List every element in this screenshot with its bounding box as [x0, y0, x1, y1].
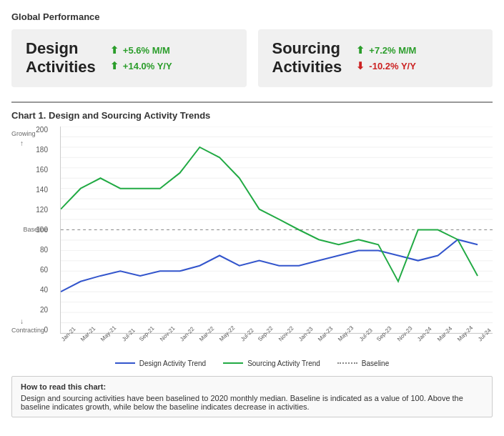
design-mom-value: +5.6% M/M	[123, 45, 170, 56]
legend-design-line	[115, 362, 135, 364]
y-label-0: 0	[44, 327, 48, 334]
y-label-140: 140	[36, 187, 48, 194]
note-heading: How to read this chart:	[21, 382, 483, 391]
sourcing-mom-arrow-icon: ⬆	[356, 44, 365, 56]
baseline-side-label: Baseline	[11, 224, 51, 234]
design-mom-arrow-icon: ⬆	[110, 44, 119, 56]
chart-plot-area	[60, 127, 493, 334]
y-label-40: 40	[40, 287, 48, 294]
kpi-row: DesignActivities ⬆ +5.6% M/M ⬆ +14.0% Y/…	[11, 29, 493, 87]
design-yoy-metric: ⬆ +14.0% Y/Y	[110, 60, 172, 71]
design-activities-metrics: ⬆ +5.6% M/M ⬆ +14.0% Y/Y	[110, 44, 172, 71]
chart-note-box: How to read this chart: Design and sourc…	[11, 376, 493, 417]
sourcing-mom-value: +7.2% M/M	[369, 45, 416, 56]
legend-sourcing-label: Sourcing Activity Trend	[247, 360, 320, 367]
legend-design-label: Design Activity Trend	[139, 360, 206, 367]
legend-baseline-line	[337, 362, 357, 364]
y-label-20: 20	[40, 307, 48, 314]
y-label-180: 180	[36, 147, 48, 154]
sourcing-activities-card: SourcingActivities ⬆ +7.2% M/M ⬇ -10.2% …	[258, 29, 493, 87]
chart-legend: Design Activity Trend Sourcing Activity …	[11, 360, 493, 367]
sourcing-yoy-metric: ⬇ -10.2% Y/Y	[356, 60, 416, 71]
sourcing-activities-metrics: ⬆ +7.2% M/M ⬇ -10.2% Y/Y	[356, 44, 416, 71]
chart-container: Growing ↑ ↓ Contracting 200 180 160 140 …	[11, 127, 493, 355]
design-yoy-arrow-icon: ⬆	[110, 60, 119, 71]
global-performance-title: Global Performance	[11, 11, 493, 22]
legend-design: Design Activity Trend	[115, 360, 206, 367]
design-yoy-value: +14.0% Y/Y	[123, 61, 172, 71]
sourcing-mom-metric: ⬆ +7.2% M/M	[356, 44, 416, 56]
sourcing-trend-line	[61, 147, 478, 282]
note-body: Design and sourcing activities have been…	[21, 394, 463, 411]
chart-svg	[61, 127, 493, 333]
design-trend-line	[61, 239, 478, 292]
x-axis-labels: Jan-21 Mar-21 May-21 Jul-21 Sep-21 Nov-2…	[60, 335, 493, 355]
design-mom-metric: ⬆ +5.6% M/M	[110, 44, 172, 56]
design-activities-label: DesignActivities	[26, 39, 96, 77]
sourcing-yoy-arrow-icon: ⬇	[356, 60, 365, 71]
legend-baseline: Baseline	[337, 360, 389, 367]
legend-baseline-label: Baseline	[362, 360, 389, 367]
sourcing-yoy-value: -10.2% Y/Y	[369, 61, 416, 71]
y-label-80: 80	[40, 247, 48, 254]
y-label-200: 200	[36, 127, 48, 134]
y-label-60: 60	[40, 267, 48, 274]
y-label-120: 120	[36, 207, 48, 214]
design-activities-card: DesignActivities ⬆ +5.6% M/M ⬆ +14.0% Y/…	[11, 29, 247, 87]
legend-sourcing-line	[223, 362, 243, 364]
y-label-160: 160	[36, 167, 48, 174]
legend-sourcing: Sourcing Activity Trend	[223, 360, 320, 367]
chart-title: Chart 1. Design and Sourcing Activity Tr…	[11, 110, 493, 121]
chart-section: Chart 1. Design and Sourcing Activity Tr…	[11, 101, 493, 367]
sourcing-activities-label: SourcingActivities	[272, 39, 342, 77]
